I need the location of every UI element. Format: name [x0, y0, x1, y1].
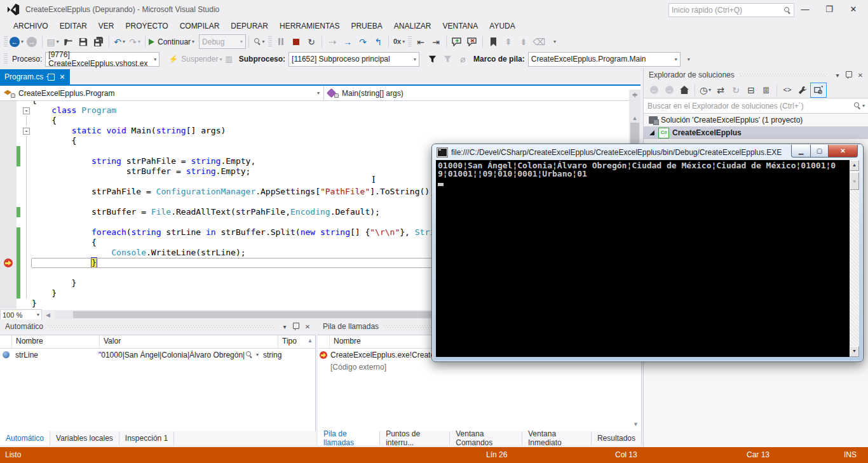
break-all-button[interactable] [273, 35, 288, 49]
stop-debugging-button[interactable] [288, 35, 304, 49]
thread-combo[interactable]: [11652] Subproceso principal▾ [288, 52, 419, 67]
fold-margin[interactable]: - [22, 126, 32, 136]
stack-frame-combo[interactable]: CreateExcelEpplus.Program.Main▾ [528, 52, 681, 67]
console-scrollbar[interactable]: ▲ ≡ ▼ [850, 160, 859, 357]
breakpoint-margin[interactable] [0, 136, 17, 146]
fold-margin[interactable] [22, 288, 32, 299]
sol-forward-button[interactable]: → [661, 83, 677, 97]
table-row[interactable]: [Código externo] [318, 361, 641, 373]
tab-variables-locales[interactable]: Variables locales [50, 431, 119, 445]
tab-resultados[interactable]: Resultados [592, 431, 642, 445]
column-header[interactable]: Valor [100, 335, 278, 348]
home-button[interactable] [677, 83, 692, 97]
fold-margin[interactable] [22, 217, 32, 227]
stack-frame-up-button[interactable]: ⇤ [413, 35, 428, 49]
scroll-up-icon[interactable]: ▲ [629, 113, 641, 123]
restore-button[interactable]: ❐ [817, 0, 841, 18]
navigate-back-button[interactable]: ←▾ [9, 35, 24, 49]
scroll-down-icon[interactable]: ▼ [850, 346, 859, 357]
pending-changes-filter-button[interactable]: ◷▾ [698, 83, 713, 97]
breakpoint-margin[interactable] [0, 177, 17, 187]
fold-margin[interactable] [22, 177, 32, 187]
scrollbar-thumb[interactable]: ≡ [850, 172, 859, 190]
menu-item-compilar[interactable]: COMPILAR [174, 20, 226, 32]
fold-margin[interactable] [22, 146, 32, 156]
tab-ventana-comandos[interactable]: Ventana Comandos [450, 431, 522, 445]
toolbar-grip[interactable] [4, 36, 8, 48]
breakpoint-margin[interactable] [0, 126, 17, 136]
sync-with-active-document-button[interactable]: ⇄ [713, 83, 728, 97]
column-header[interactable]: Nombre [12, 335, 100, 348]
save-button[interactable] [76, 35, 91, 49]
auto-hide-pin-icon[interactable] [290, 323, 302, 330]
undo-button[interactable]: ↶▾ [112, 35, 127, 49]
quick-launch-search[interactable]: Inicio rápido (Ctrl+Q) [668, 3, 794, 17]
tab-ventana-inmediato[interactable]: Ventana Inmediato [522, 431, 592, 445]
window-position-icon[interactable]: ▾ [832, 72, 843, 79]
table-row[interactable]: strLine"01000|San Ángel|Colonia|Álvaro O… [0, 349, 315, 361]
restart-button[interactable]: ↻ [304, 35, 319, 49]
fold-margin[interactable] [22, 156, 32, 166]
close-panel-icon[interactable]: ✕ [302, 323, 313, 330]
stack-frame-down-button[interactable]: ⇥ [428, 35, 444, 49]
menu-item-archivo[interactable]: ARCHIVO [8, 20, 54, 32]
toggle-bookmark-button[interactable] [485, 35, 501, 49]
scroll-up-icon[interactable]: ▲ [850, 160, 859, 171]
breakpoint-margin[interactable] [0, 207, 17, 217]
solution-search-box[interactable]: Buscar en el Explorador de soluciones (C… [644, 98, 868, 114]
breakpoint-margin[interactable] [0, 217, 17, 227]
fold-margin[interactable] [22, 166, 32, 177]
menu-item-analizar[interactable]: ANALIZAR [388, 20, 437, 32]
breakpoint-margin[interactable] [0, 299, 17, 309]
auto-hide-pin-icon[interactable] [843, 71, 855, 79]
next-bookmark-button[interactable]: ⇟ [516, 35, 531, 49]
fold-margin[interactable] [22, 278, 32, 288]
breakpoint-margin[interactable] [0, 278, 17, 288]
breakpoint-margin[interactable] [0, 258, 17, 268]
properties-button[interactable] [795, 83, 810, 97]
window-position-icon[interactable]: ▾ [279, 323, 290, 330]
fold-margin[interactable] [22, 116, 32, 126]
fold-margin[interactable] [22, 248, 32, 258]
autos-title-bar[interactable]: Automático ▾ ✕ [0, 319, 316, 333]
close-panel-icon[interactable]: ✕ [855, 72, 866, 79]
fold-margin[interactable] [22, 197, 32, 207]
debugbar-overflow-button[interactable]: ▾ [681, 52, 696, 66]
pin-icon[interactable] [48, 74, 55, 81]
show-next-statement-button[interactable]: ⇢ [325, 35, 340, 49]
navigate-forward-button[interactable]: → [24, 35, 39, 49]
sol-back-button[interactable]: ← [646, 83, 661, 97]
console-close-button[interactable]: ✕ [829, 145, 858, 158]
breakpoint-margin[interactable] [0, 187, 17, 197]
continue-button[interactable]: Continuar▾ [148, 35, 195, 49]
suspend-button[interactable]: Suspender [181, 55, 218, 64]
minimize-button[interactable]: — [793, 0, 817, 18]
fold-margin[interactable] [22, 136, 32, 146]
fold-margin[interactable] [22, 268, 32, 278]
save-all-button[interactable] [91, 35, 106, 49]
step-into-button[interactable]: → [340, 35, 355, 49]
breakpoint-margin[interactable] [0, 105, 17, 116]
scroll-up-icon[interactable]: ▲ [305, 335, 315, 348]
breakpoint-margin[interactable] [0, 197, 17, 207]
hex-display-button[interactable]: 0x▾ [391, 35, 407, 49]
breakpoint-margin[interactable] [0, 166, 17, 177]
menu-item-herramientas[interactable]: HERRAMIENTAS [274, 20, 345, 32]
preview-selected-items-button[interactable] [810, 83, 827, 98]
scroll-left-icon[interactable]: ◀ [46, 310, 50, 320]
process-combo[interactable]: [9776] CreateExcelEpplus.vshost.ex▾ [45, 52, 159, 67]
console-window[interactable]: file:///C:/Devel/CSharp/CreateExcelEpplu… [431, 144, 864, 362]
breakpoint-margin[interactable] [0, 268, 17, 278]
add-task-comment-button[interactable] [449, 35, 465, 49]
editor-splitter-handle[interactable]: ≑ [629, 90, 641, 102]
tab-pila-de-llamadas[interactable]: Pila de llamadas [318, 431, 380, 445]
menu-item-editar[interactable]: EDITAR [54, 20, 93, 32]
fold-margin[interactable]: - [22, 105, 32, 116]
find-button[interactable]: ▾ [252, 35, 267, 49]
breakpoint-margin[interactable] [0, 238, 17, 248]
fold-margin[interactable] [22, 101, 32, 105]
new-item-button[interactable]: ▤▾ [45, 35, 60, 49]
fold-margin[interactable] [22, 227, 32, 238]
breakpoint-margin[interactable] [0, 101, 17, 105]
title-bar[interactable]: CreateExcelEpplus (Depurando) - Microsof… [0, 0, 868, 19]
